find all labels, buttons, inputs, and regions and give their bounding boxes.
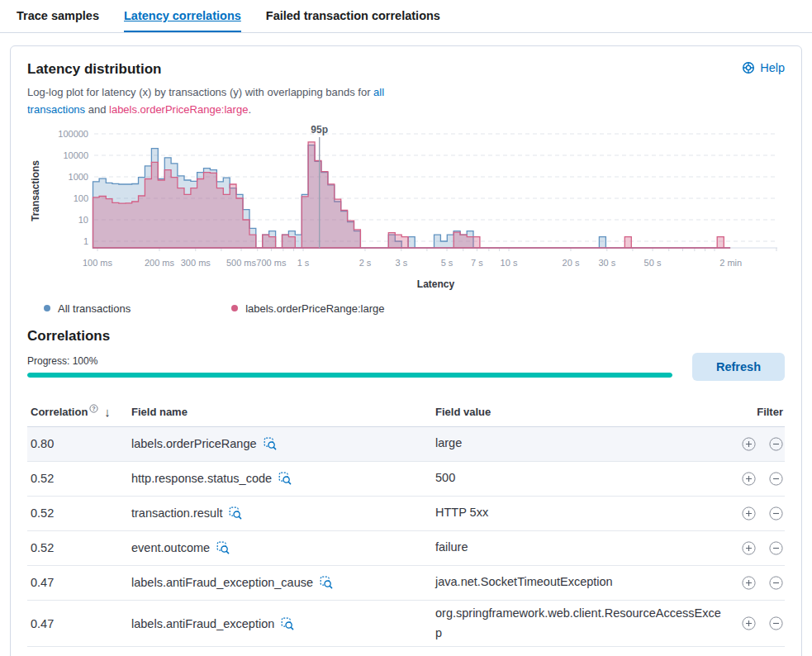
correlation-column-header[interactable]: Correlation bbox=[31, 406, 88, 418]
table-row[interactable]: 0.47 labels.antiFraud_exception_cause ja… bbox=[27, 566, 785, 601]
field-value: large bbox=[435, 434, 722, 454]
progress-bar bbox=[27, 373, 672, 378]
field-name: labels.antiFraud_exception bbox=[131, 617, 274, 630]
filter-include-icon[interactable] bbox=[742, 472, 756, 486]
progress-label: Progress: 100% bbox=[27, 355, 672, 367]
field-name: event.outcome bbox=[131, 541, 210, 554]
svg-text:30 s: 30 s bbox=[598, 258, 615, 268]
filter-include-icon[interactable] bbox=[742, 437, 756, 451]
svg-text:200 ms: 200 ms bbox=[145, 258, 175, 268]
filter-include-icon[interactable] bbox=[742, 506, 756, 521]
tab-latency-correlations[interactable]: Latency correlations bbox=[124, 9, 241, 32]
filter-column-header: Filter bbox=[722, 406, 785, 418]
table-row[interactable]: 0.52 http.response.status_code 500 bbox=[27, 462, 785, 497]
field-value: 500 bbox=[435, 468, 722, 488]
latency-chart[interactable]: 11010010001000010000095p100 ms200 ms300 … bbox=[27, 124, 787, 296]
table-row[interactable]: 0.80 labels.orderPriceRange large bbox=[27, 427, 785, 462]
field-name: transaction.result bbox=[131, 506, 222, 520]
correlation-value: 0.80 bbox=[27, 437, 131, 450]
correlation-value: 0.52 bbox=[27, 541, 131, 554]
svg-text:300 ms: 300 ms bbox=[181, 258, 211, 268]
chart-legend: All transactions labels.orderPriceRange:… bbox=[44, 302, 785, 315]
svg-text:1: 1 bbox=[83, 235, 88, 245]
tab-failed-transaction-correlations[interactable]: Failed transaction correlations bbox=[266, 9, 440, 32]
description-text: . bbox=[248, 103, 251, 116]
field-value-column-header[interactable]: Field value bbox=[435, 406, 722, 418]
field-value: java.net.SocketTimeoutException bbox=[435, 573, 722, 592]
svg-text:5 s: 5 s bbox=[441, 258, 453, 268]
svg-text:50 s: 50 s bbox=[644, 258, 662, 268]
table-header: Correlation ? ↓ Field name Field value F… bbox=[27, 394, 785, 427]
correlation-value: 0.52 bbox=[27, 472, 131, 485]
field-statistics-icon[interactable] bbox=[278, 472, 292, 485]
svg-text:100000: 100000 bbox=[58, 128, 88, 138]
svg-text:Transactions: Transactions bbox=[30, 159, 41, 221]
filter-exclude-icon[interactable] bbox=[769, 472, 783, 486]
filter-exclude-icon[interactable] bbox=[769, 541, 783, 555]
filter-include-icon[interactable] bbox=[742, 616, 756, 630]
filtered-transactions-link[interactable]: labels.orderPriceRange:large bbox=[109, 103, 248, 116]
field-statistics-icon[interactable] bbox=[320, 576, 333, 589]
tab-bar: Trace samples Latency correlations Faile… bbox=[0, 0, 812, 33]
legend-item-filtered[interactable]: labels.orderPriceRange:large bbox=[231, 302, 384, 315]
description-text: and bbox=[85, 103, 109, 116]
page-title: Latency distribution bbox=[27, 61, 161, 78]
correlation-value: 0.52 bbox=[27, 506, 131, 520]
filter-exclude-icon[interactable] bbox=[769, 576, 783, 590]
field-name: labels.antiFraud_exception_cause bbox=[131, 576, 313, 589]
field-name-column-header[interactable]: Field name bbox=[131, 406, 435, 418]
svg-text:20 s: 20 s bbox=[563, 258, 580, 268]
legend-dot-blue bbox=[44, 305, 50, 311]
svg-text:1000: 1000 bbox=[69, 171, 88, 181]
field-value: failure bbox=[435, 538, 722, 558]
svg-text:2 min: 2 min bbox=[719, 258, 742, 268]
svg-text:100 ms: 100 ms bbox=[83, 258, 113, 268]
help-icon bbox=[742, 61, 755, 74]
table-row[interactable]: 0.52 event.outcome failure bbox=[27, 531, 785, 566]
filter-include-icon[interactable] bbox=[742, 541, 756, 555]
svg-text:100: 100 bbox=[74, 193, 88, 202]
latency-correlations-panel: Latency distribution Help Log-log plot f… bbox=[10, 45, 802, 656]
filter-exclude-icon[interactable] bbox=[769, 437, 783, 451]
tab-trace-samples[interactable]: Trace samples bbox=[17, 9, 99, 32]
legend-label: labels.orderPriceRange:large bbox=[245, 302, 384, 315]
field-statistics-icon[interactable] bbox=[216, 541, 230, 554]
svg-text:2 s: 2 s bbox=[359, 258, 372, 268]
field-value: HTTP 5xx bbox=[435, 503, 722, 523]
filter-include-icon[interactable] bbox=[742, 576, 756, 590]
correlation-value: 0.47 bbox=[27, 576, 131, 589]
legend-item-all-transactions[interactable]: All transactions bbox=[44, 302, 131, 315]
help-label: Help bbox=[760, 61, 785, 74]
question-circle-icon[interactable]: ? bbox=[89, 403, 98, 416]
table-row[interactable]: 0.52 transaction.result HTTP 5xx bbox=[27, 497, 785, 531]
svg-text:10000: 10000 bbox=[63, 150, 88, 159]
legend-dot-pink bbox=[231, 305, 238, 311]
field-statistics-icon[interactable] bbox=[229, 506, 242, 520]
table-body: 0.80 labels.orderPriceRange large bbox=[27, 427, 785, 648]
help-link[interactable]: Help bbox=[742, 61, 785, 74]
field-statistics-icon[interactable] bbox=[264, 437, 277, 450]
svg-text:3 s: 3 s bbox=[395, 258, 407, 268]
svg-text:7 s: 7 s bbox=[471, 258, 483, 268]
correlation-value: 0.47 bbox=[27, 617, 131, 630]
correlations-title: Correlations bbox=[27, 328, 785, 345]
description-text: Log-log plot for latency (x) by transact… bbox=[27, 86, 373, 98]
svg-text:1 s: 1 s bbox=[297, 258, 310, 268]
svg-text:10: 10 bbox=[78, 214, 88, 224]
svg-text:10 s: 10 s bbox=[501, 258, 518, 268]
legend-label: All transactions bbox=[58, 302, 131, 315]
filter-exclude-icon[interactable] bbox=[769, 616, 783, 630]
filter-exclude-icon[interactable] bbox=[769, 506, 783, 521]
field-statistics-icon[interactable] bbox=[281, 617, 294, 630]
svg-text:95p: 95p bbox=[311, 124, 328, 135]
sort-descending-icon[interactable]: ↓ bbox=[104, 405, 111, 419]
field-name: labels.orderPriceRange bbox=[131, 437, 257, 450]
table-row[interactable]: 0.47 labels.antiFraud_exception org.spri… bbox=[27, 601, 785, 648]
svg-text:Latency: Latency bbox=[417, 278, 455, 290]
svg-text:?: ? bbox=[93, 405, 97, 412]
field-value: org.springframework.web.client.ResourceA… bbox=[435, 604, 722, 644]
chart-description: Log-log plot for latency (x) by transact… bbox=[27, 84, 415, 119]
refresh-button[interactable]: Refresh bbox=[692, 353, 785, 381]
field-name: http.response.status_code bbox=[131, 472, 272, 485]
svg-text:500 ms: 500 ms bbox=[226, 258, 257, 268]
